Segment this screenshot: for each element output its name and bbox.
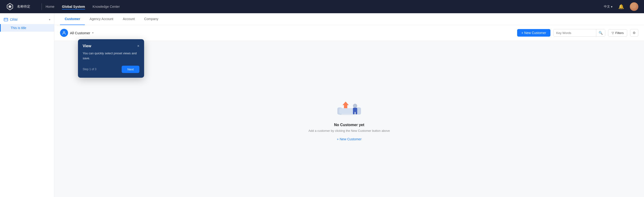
nav-right: 中文 ▾ 🔔	[604, 2, 638, 11]
svg-point-2	[9, 6, 11, 8]
user-avatar[interactable]	[630, 2, 638, 11]
bell-icon: 🔔	[618, 4, 624, 10]
crm-icon	[4, 18, 8, 22]
svg-rect-11	[353, 111, 354, 114]
filters-label: Filters	[616, 31, 624, 35]
crm-label: CRM	[10, 18, 18, 22]
company-name: 名称待定	[17, 4, 30, 9]
tooltip-header: View ×	[83, 44, 140, 48]
sidebar: CRM ▾ This is title	[0, 13, 54, 197]
view-dropdown-icon: ▾	[92, 31, 94, 34]
tooltip-close-button[interactable]: ×	[137, 44, 140, 48]
search-icon: 🔍	[599, 31, 603, 35]
view-label: All Customer	[70, 31, 90, 35]
crm-item-left: CRM	[4, 18, 18, 22]
view-icon	[60, 29, 68, 37]
tooltip-title: View	[83, 44, 91, 48]
nav-links: Home Global System Knowledge Center	[46, 4, 604, 10]
tooltip-body: You can quickly select preset views and …	[83, 51, 140, 61]
view-tooltip-popup: View × You can quickly select preset vie…	[78, 39, 144, 78]
gear-icon: ⚙	[633, 31, 636, 35]
language-switcher[interactable]: 中文 ▾	[604, 4, 612, 9]
notification-bell[interactable]: 🔔	[616, 4, 626, 10]
tooltip-next-button[interactable]: Next	[122, 66, 140, 73]
nav-global-system[interactable]: Global System	[62, 4, 85, 10]
empty-title: No Customer yet	[334, 123, 364, 127]
tooltip-step: Step 1 of 3	[83, 68, 96, 71]
search-box: 🔍	[553, 29, 605, 36]
svg-point-4	[63, 32, 65, 33]
svg-point-9	[353, 104, 357, 108]
svg-rect-12	[356, 111, 357, 114]
top-navigation: 名称待定 Home Global System Knowledge Center…	[0, 0, 644, 13]
svg-rect-3	[4, 18, 8, 21]
nav-knowledge-center[interactable]: Knowledge Center	[92, 4, 120, 10]
settings-button[interactable]: ⚙	[630, 29, 638, 36]
tab-customer[interactable]: Customer	[60, 13, 85, 25]
view-selector[interactable]: All Customer ▾	[60, 29, 94, 37]
tab-agency-account[interactable]: Agency Account	[85, 13, 118, 25]
new-customer-button[interactable]: + New Customer	[517, 29, 550, 36]
toolbar: All Customer ▾ + New Customer 🔍 ▽ Filter…	[54, 25, 644, 41]
tab-bar: Customer Agency Account Account Company	[54, 13, 644, 25]
empty-new-customer-button[interactable]: + New Customer	[337, 137, 362, 141]
nav-divider	[42, 3, 42, 10]
filters-button[interactable]: ▽ Filters	[608, 29, 627, 36]
lang-label: 中文	[604, 4, 610, 9]
tooltip-footer: Step 1 of 3 Next	[83, 66, 140, 73]
filter-icon: ▽	[612, 31, 614, 35]
search-input[interactable]	[554, 30, 596, 36]
tab-company[interactable]: Company	[140, 13, 163, 25]
tab-account[interactable]: Account	[118, 13, 140, 25]
lang-dropdown-icon: ▾	[611, 5, 612, 8]
nav-home[interactable]: Home	[46, 4, 54, 10]
ocean-engine-logo-icon	[6, 2, 14, 11]
svg-marker-13	[342, 102, 349, 108]
app-layout: CRM ▾ This is title Customer Agency Acco…	[0, 13, 644, 197]
sidebar-item-crm[interactable]: CRM ▾	[0, 15, 54, 24]
crm-chevron-icon: ▾	[49, 18, 50, 21]
search-button[interactable]: 🔍	[596, 29, 605, 36]
empty-description: Add a customer by clicking the New Custo…	[308, 129, 390, 132]
logo-area: 名称待定	[6, 2, 30, 11]
sidebar-item-this-is-title[interactable]: This is title	[0, 24, 54, 32]
people-icon	[62, 31, 66, 35]
main-content: Customer Agency Account Account Company …	[54, 13, 644, 197]
avatar-image	[630, 2, 638, 11]
empty-illustration	[335, 97, 363, 118]
